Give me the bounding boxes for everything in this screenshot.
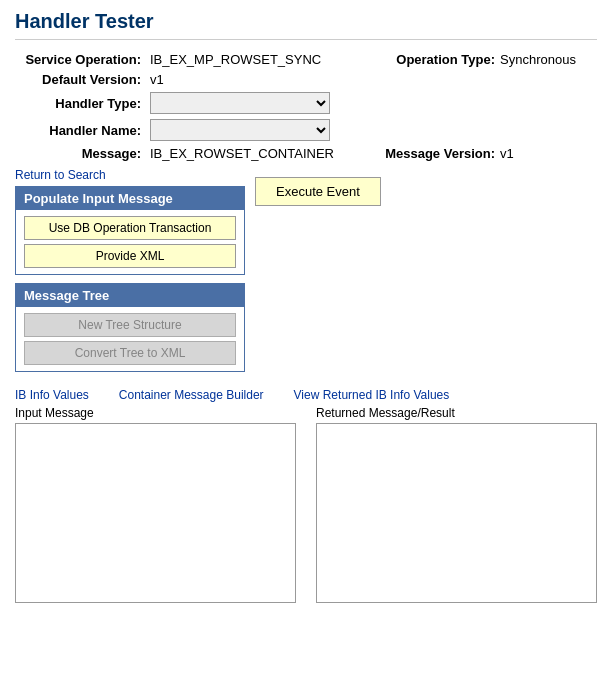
default-version-label: Default Version: [15, 72, 145, 87]
input-message-textarea[interactable] [15, 423, 296, 603]
execute-event-button[interactable]: Execute Event [255, 177, 381, 206]
new-tree-structure-button[interactable]: New Tree Structure [24, 313, 236, 337]
provide-xml-button[interactable]: Provide XML [24, 244, 236, 268]
returned-message-area: Returned Message/Result [316, 406, 597, 606]
operation-type-value: Synchronous [500, 52, 597, 67]
service-operation-label: Service Operation: [15, 52, 145, 67]
ib-info-values-link[interactable]: IB Info Values [15, 388, 89, 402]
default-version-value: v1 [150, 72, 370, 87]
handler-type-select[interactable]: PeopleSoft Custom [150, 92, 330, 114]
handler-name-select[interactable] [150, 119, 330, 141]
operation-type-label: Operation Type: [375, 52, 495, 67]
input-message-label: Input Message [15, 406, 296, 420]
message-version-label: Message Version: [375, 146, 495, 161]
input-message-area: Input Message [15, 406, 296, 606]
return-to-search-link[interactable]: Return to Search [15, 168, 106, 182]
populate-input-message-section: Populate Input Message Use DB Operation … [15, 186, 245, 275]
view-returned-ib-info-values-link[interactable]: View Returned IB Info Values [294, 388, 450, 402]
message-tree-section: Message Tree New Tree Structure Convert … [15, 283, 245, 372]
returned-message-label: Returned Message/Result [316, 406, 597, 420]
use-db-operation-button[interactable]: Use DB Operation Transaction [24, 216, 236, 240]
returned-message-textarea[interactable] [316, 423, 597, 603]
convert-tree-to-xml-button[interactable]: Convert Tree to XML [24, 341, 236, 365]
message-tree-header: Message Tree [16, 284, 244, 307]
service-operation-value: IB_EX_MP_ROWSET_SYNC [150, 52, 370, 67]
right-area: Execute Event [255, 167, 597, 206]
message-areas: Input Message Returned Message/Result [15, 406, 597, 606]
message-label: Message: [15, 146, 145, 161]
message-version-value: v1 [500, 146, 597, 161]
container-message-builder-link[interactable]: Container Message Builder [119, 388, 264, 402]
handler-name-label: Handler Name: [15, 123, 145, 138]
handler-type-label: Handler Type: [15, 96, 145, 111]
page-title: Handler Tester [15, 10, 597, 40]
links-row: IB Info Values Container Message Builder… [15, 388, 597, 402]
message-value: IB_EX_ROWSET_CONTAINER [150, 146, 370, 161]
populate-input-message-header: Populate Input Message [16, 187, 244, 210]
